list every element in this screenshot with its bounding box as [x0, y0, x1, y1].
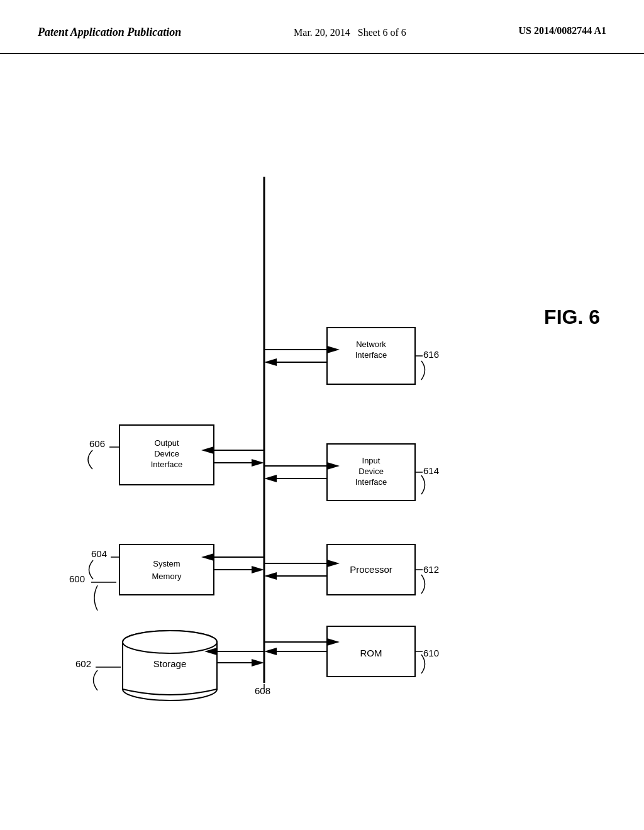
svg-text:600: 600 [69, 573, 85, 584]
header-sheet: Sheet 6 of 6 [358, 27, 406, 38]
svg-text:Storage: Storage [153, 658, 187, 669]
svg-text:Output: Output [154, 438, 179, 448]
header-right: US 2014/0082744 A1 [518, 25, 606, 36]
figure-label: FIG. 6 [544, 306, 600, 329]
svg-text:610: 610 [423, 648, 439, 658]
svg-text:Processor: Processor [350, 564, 392, 575]
diagram-area: ROM Processor Input Device Interface Net… [0, 54, 644, 796]
svg-text:614: 614 [423, 465, 439, 476]
svg-text:616: 616 [423, 349, 439, 360]
header-center: Mar. 20, 2014 Sheet 6 of 6 [294, 25, 406, 40]
svg-marker-4 [264, 648, 277, 655]
patent-number: US 2014/0082744 A1 [518, 25, 606, 36]
diagram-svg: ROM Processor Input Device Interface Net… [0, 54, 644, 796]
svg-text:Interface: Interface [355, 350, 387, 360]
svg-text:602: 602 [75, 658, 91, 669]
svg-text:System: System [153, 559, 180, 568]
svg-text:Interface: Interface [355, 477, 387, 487]
svg-point-49 [123, 631, 217, 653]
svg-text:ROM: ROM [360, 648, 382, 658]
svg-text:608: 608 [255, 685, 270, 696]
svg-marker-18 [264, 475, 277, 482]
svg-text:Network: Network [356, 340, 386, 349]
svg-text:612: 612 [423, 564, 439, 575]
svg-marker-32 [252, 566, 264, 573]
svg-marker-25 [264, 358, 277, 366]
page-header: Patent Application Publication Mar. 20, … [0, 0, 644, 54]
header-left: Patent Application Publication [38, 25, 181, 40]
svg-text:Device: Device [358, 467, 384, 476]
fig-6-text: FIG. 6 [544, 306, 600, 328]
svg-marker-10 [264, 572, 277, 580]
patent-publication-label: Patent Application Publication [38, 26, 181, 38]
svg-marker-52 [252, 659, 264, 667]
svg-marker-40 [252, 459, 264, 467]
svg-text:606: 606 [89, 438, 105, 449]
svg-rect-28 [119, 545, 214, 595]
svg-text:604: 604 [91, 548, 107, 559]
svg-text:Device: Device [154, 449, 179, 458]
header-date: Mar. 20, 2014 [294, 27, 350, 38]
svg-text:Input: Input [362, 456, 380, 465]
svg-text:Interface: Interface [151, 460, 183, 469]
svg-text:Memory: Memory [152, 572, 182, 581]
